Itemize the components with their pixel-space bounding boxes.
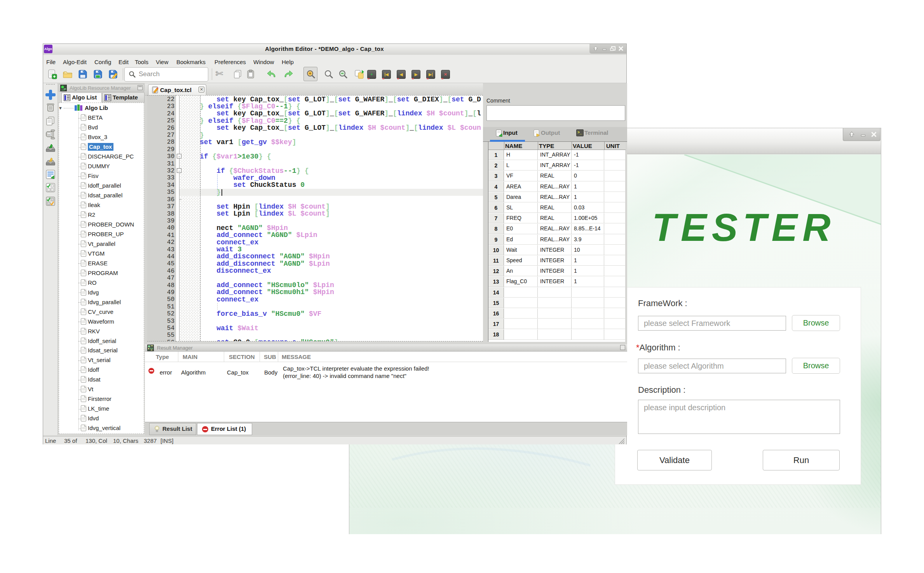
svg-text:xxx: xxx (47, 133, 51, 136)
